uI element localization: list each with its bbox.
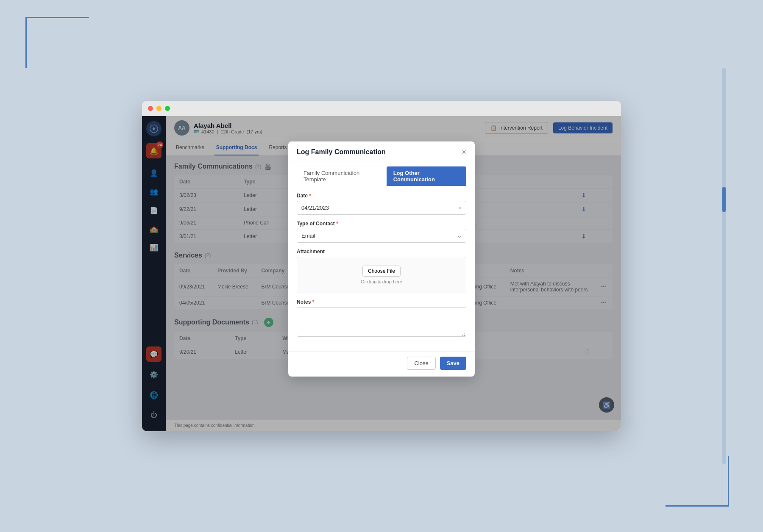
date-input[interactable] [297, 201, 466, 215]
contact-type-label: Type of Contact * [297, 221, 466, 227]
file-drop-zone[interactable]: Choose File Or drag & drop here [297, 257, 466, 293]
traffic-light-green[interactable] [165, 106, 170, 111]
required-indicator: * [309, 193, 311, 199]
traffic-light-red[interactable] [148, 106, 153, 111]
notes-textarea[interactable] [297, 307, 466, 337]
corner-decoration-br [666, 456, 729, 507]
date-field-group: Date * × [297, 193, 466, 215]
browser-window: 🔔 24 👤 👥 📄 🏫 📊 💬 ⚙️ 🌐 ⏻ [142, 101, 621, 431]
modal-close-btn[interactable]: Close [407, 357, 435, 370]
notes-label: Notes * [297, 299, 466, 305]
tab-log-other-communication[interactable]: Log Other Communication [387, 166, 466, 186]
modal-save-btn[interactable]: Save [440, 357, 466, 370]
contact-type-select-wrapper: Email Phone Call Letter In Person Text M… [297, 229, 466, 243]
modal-title: Log Family Communication [297, 148, 386, 156]
traffic-light-yellow[interactable] [156, 106, 162, 111]
modal-footer: Close Save [288, 351, 475, 377]
required-indicator: * [312, 299, 315, 305]
attachment-field-group: Attachment Choose File Or drag & drop he… [297, 249, 466, 293]
browser-content: 🔔 24 👤 👥 📄 🏫 📊 💬 ⚙️ 🌐 ⏻ [142, 116, 621, 431]
desktop: 🔔 24 👤 👥 📄 🏫 📊 💬 ⚙️ 🌐 ⏻ [0, 0, 763, 532]
contact-type-select[interactable]: Email Phone Call Letter In Person Text M… [297, 229, 466, 243]
choose-file-button[interactable]: Choose File [362, 266, 401, 277]
date-label: Date * [297, 193, 466, 199]
scrollbar-thumb[interactable] [722, 187, 726, 212]
log-communication-modal: Log Family Communication × Family Commun… [288, 141, 475, 377]
corner-decoration-tl [25, 17, 89, 68]
modal-backdrop: Log Family Communication × Family Commun… [166, 116, 621, 431]
scrollbar-right [722, 68, 726, 464]
modal-tabs: Family Communication Template Log Other … [288, 161, 475, 186]
main-content: AA Alayah Abell 🪪 41430 | 12th Grade (17… [166, 116, 621, 431]
drop-hint: Or drag & drop here [306, 279, 457, 284]
tab-family-template[interactable]: Family Communication Template [297, 166, 387, 186]
contact-type-field-group: Type of Contact * Email Phone Call Lette… [297, 221, 466, 243]
date-clear-icon[interactable]: × [459, 205, 462, 211]
date-input-wrapper: × [297, 201, 466, 215]
modal-body: Date * × Typ [288, 186, 475, 351]
modal-close-button[interactable]: × [462, 148, 466, 156]
attachment-label: Attachment [297, 249, 466, 255]
modal-header: Log Family Communication × [288, 141, 475, 161]
required-indicator: * [336, 221, 338, 227]
browser-titlebar [142, 101, 621, 116]
notes-field-group: Notes * [297, 299, 466, 338]
